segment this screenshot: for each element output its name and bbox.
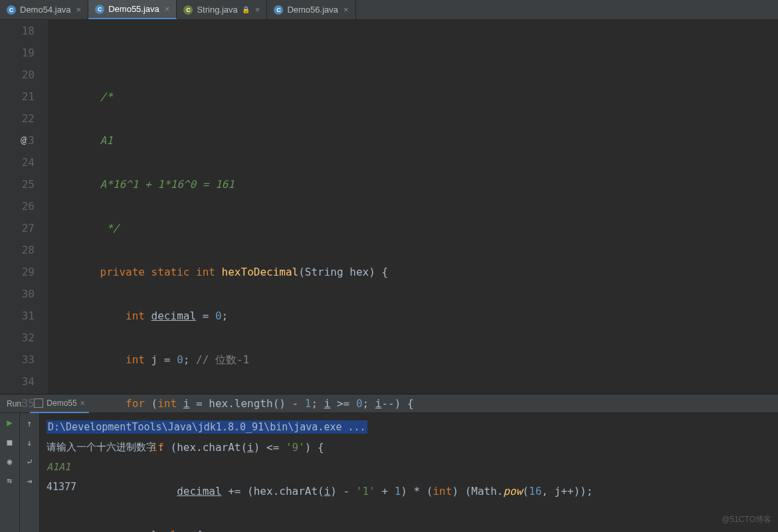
file-tabs: CDemo54.java× CDemo55.java× CString.java…	[0, 0, 778, 20]
override-gutter-icon[interactable]: @	[21, 130, 26, 151]
run-panel: Run: Demo55× ▶ ■ ◉ ⇆ ↑ ↓ ⤶ ⇥ D:\Developm…	[0, 394, 778, 532]
close-icon[interactable]: ×	[342, 5, 350, 15]
line-number: 22	[0, 108, 35, 130]
java-lib-class-icon: C	[183, 5, 193, 15]
line-number: 28	[0, 239, 35, 261]
console: ▶ ■ ◉ ⇆ ↑ ↓ ⤶ ⇥ D:\DevelopmentTools\Java…	[0, 413, 778, 532]
run-toolbar-right: ↑ ↓ ⤶ ⇥	[20, 413, 40, 532]
line-number: 35	[0, 393, 35, 414]
console-line: 请输入一个十六进制数字：	[47, 437, 771, 457]
tab-label: Demo56.java	[287, 5, 338, 15]
line-number: 29	[0, 261, 35, 283]
run-tab-label: Demo55	[47, 399, 76, 408]
gutter: 18 19 20 21 22 23@ 24 25 26 27 28 29 30 …	[0, 20, 48, 394]
stop-icon[interactable]: ■	[7, 437, 13, 447]
java-class-icon: C	[95, 5, 104, 14]
close-icon[interactable]: ×	[254, 5, 262, 15]
wrap-icon[interactable]: ⤶	[26, 457, 33, 467]
scroll-to-end-icon[interactable]: ⇥	[27, 476, 33, 486]
line-number: 19	[0, 42, 35, 64]
layout-icon[interactable]: ⇆	[7, 476, 13, 486]
line-number: 31	[0, 305, 35, 327]
lock-icon: 🔒	[242, 6, 250, 13]
line-number: 33	[0, 349, 35, 371]
close-icon[interactable]: ×	[80, 399, 85, 408]
line-number: 24	[0, 151, 35, 173]
close-icon[interactable]: ×	[163, 4, 171, 14]
rerun-icon[interactable]: ▶	[7, 417, 12, 428]
code-editor[interactable]: 18 19 20 21 22 23@ 24 25 26 27 28 29 30 …	[0, 20, 778, 394]
application-icon	[34, 399, 43, 408]
console-input-line: A1A1	[47, 457, 771, 477]
tab-demo56[interactable]: CDemo56.java×	[267, 0, 355, 19]
line-number: 30	[0, 283, 35, 305]
tab-demo55[interactable]: CDemo55.java×	[88, 0, 177, 19]
line-number: 27	[0, 217, 35, 239]
camera-icon[interactable]: ◉	[7, 456, 13, 466]
console-output[interactable]: D:\DevelopmentTools\Java\jdk1.8.0_91\bin…	[40, 413, 778, 532]
watermark: @51CTO博客	[722, 514, 771, 525]
console-line: 41377	[47, 477, 771, 497]
down-icon[interactable]: ↓	[27, 438, 33, 448]
tab-label: Demo54.java	[20, 5, 71, 15]
close-icon[interactable]: ×	[75, 5, 83, 15]
line-number: 34	[0, 371, 35, 393]
line-number: 20	[0, 64, 35, 86]
up-icon[interactable]: ↑	[27, 418, 33, 428]
line-number: 32	[0, 327, 35, 349]
line-number: 21	[0, 86, 35, 108]
command-line: D:\DevelopmentTools\Java\jdk1.8.0_91\bin…	[47, 417, 771, 437]
tab-string[interactable]: CString.java🔒×	[177, 0, 267, 19]
tab-label: String.java	[197, 5, 237, 15]
tab-demo54[interactable]: CDemo54.java×	[0, 0, 88, 19]
java-class-icon: C	[274, 5, 283, 15]
code-area[interactable]: /* A1 A*16^1 + 1*16^0 = 161 */ private s…	[48, 20, 778, 394]
run-toolbar-left: ▶ ■ ◉ ⇆	[0, 413, 20, 532]
run-config-tab[interactable]: Demo55×	[30, 395, 88, 413]
line-number: 25	[0, 173, 35, 195]
java-class-icon: C	[7, 5, 16, 15]
tab-label: Demo55.java	[108, 4, 159, 14]
line-number: 26	[0, 195, 35, 217]
line-number: 23@	[0, 130, 35, 151]
line-number: 18	[0, 20, 35, 42]
